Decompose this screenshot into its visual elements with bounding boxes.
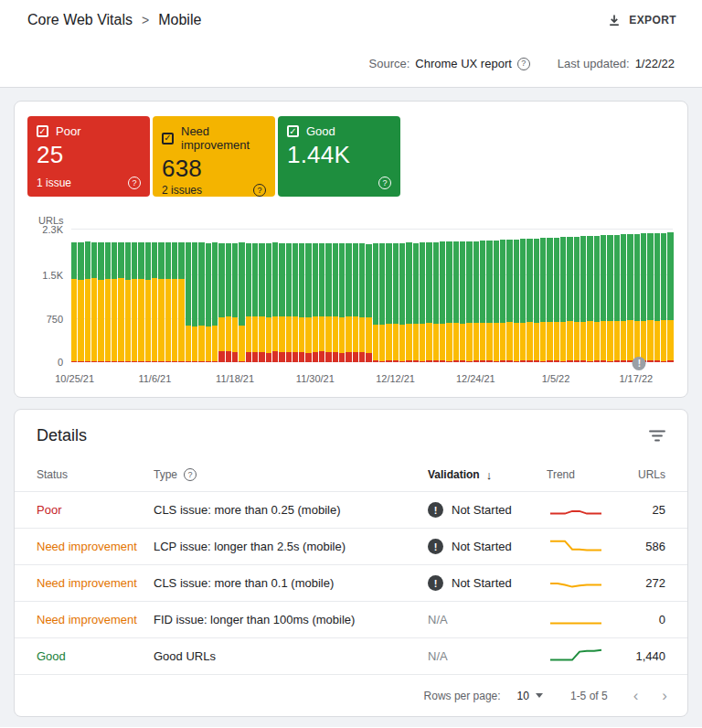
chart-bar[interactable] — [333, 230, 338, 362]
chart-bar[interactable] — [486, 230, 492, 362]
chart-bar[interactable] — [440, 230, 445, 362]
chart-bar[interactable] — [272, 230, 278, 362]
table-row[interactable]: Need improvementCLS issue: more than 0.1… — [15, 564, 687, 601]
chart-bar[interactable] — [172, 230, 177, 362]
chart-bar[interactable] — [339, 230, 345, 362]
chart-bar[interactable] — [413, 230, 419, 362]
table-row[interactable]: PoorCLS issue: more than 0.25 (mobile)!N… — [15, 491, 687, 528]
chart-bar[interactable] — [98, 230, 103, 362]
chart-bar[interactable] — [554, 230, 559, 362]
column-header-trend[interactable]: Trend — [547, 468, 614, 481]
chart-bar[interactable] — [399, 230, 405, 362]
table-row[interactable]: Need improvementFID issue: longer than 1… — [15, 601, 687, 637]
need-improvement-checkbox[interactable]: ✓ — [162, 133, 174, 145]
chart-bar[interactable] — [292, 230, 298, 362]
chart-bar[interactable] — [138, 230, 144, 362]
source-link[interactable]: Chrome UX report — [415, 57, 511, 70]
chart-bar[interactable] — [426, 230, 431, 362]
chart-bar[interactable] — [266, 230, 271, 362]
chart-bar[interactable] — [132, 230, 137, 362]
chart-bar[interactable] — [480, 230, 485, 362]
summary-card-need-improvement[interactable]: ✓Need improvement6382 issues? — [153, 116, 275, 197]
chart-bar[interactable] — [152, 230, 157, 362]
chart-bar[interactable] — [460, 230, 465, 362]
chart-bar[interactable] — [279, 230, 284, 362]
chart-bar[interactable] — [406, 230, 411, 362]
chart-bar[interactable] — [594, 230, 600, 362]
chart-bar[interactable] — [319, 230, 324, 362]
chart-bar[interactable] — [373, 230, 378, 362]
chart-bar[interactable] — [85, 230, 90, 362]
chart-bar[interactable] — [667, 230, 673, 362]
chart-bar[interactable] — [647, 230, 653, 362]
chart-bar[interactable] — [246, 230, 251, 362]
chart-bar[interactable] — [259, 230, 264, 362]
chart-bar[interactable] — [118, 230, 123, 362]
chart-bar[interactable] — [534, 230, 539, 362]
chart-bar[interactable] — [627, 230, 633, 362]
chart-bar[interactable] — [346, 230, 351, 362]
chart-bar[interactable] — [305, 230, 311, 362]
help-icon[interactable]: ? — [378, 177, 391, 189]
chart-bar[interactable] — [218, 230, 224, 362]
chart-bar[interactable] — [433, 230, 439, 362]
annotation-exclamation-icon[interactable]: ! — [633, 357, 646, 370]
chart-bar[interactable] — [607, 230, 612, 362]
column-header-validation[interactable]: Validation ↓ — [428, 468, 547, 482]
chart-bar[interactable] — [198, 230, 204, 362]
chart-bar[interactable] — [661, 230, 666, 362]
chart-bar[interactable] — [252, 230, 258, 362]
chart-bar[interactable] — [634, 230, 640, 362]
good-checkbox[interactable]: ✓ — [287, 125, 299, 137]
chart-bar[interactable] — [286, 230, 292, 362]
help-icon[interactable]: ? — [184, 468, 197, 481]
chart-bar[interactable] — [500, 230, 505, 362]
help-icon[interactable]: ? — [517, 58, 530, 70]
chart-bar[interactable] — [614, 230, 620, 362]
chart-bar[interactable] — [105, 230, 111, 362]
export-button[interactable]: EXPORT — [608, 14, 676, 27]
chart-bar[interactable] — [239, 230, 244, 362]
column-header-type[interactable]: Type ? — [154, 468, 428, 481]
chart-bar[interactable] — [560, 230, 566, 362]
chart-bar[interactable] — [420, 230, 425, 362]
chart-bar[interactable] — [325, 230, 331, 362]
chart-bar[interactable] — [192, 230, 197, 362]
chart-bar[interactable] — [71, 230, 77, 362]
chart-bar[interactable] — [353, 230, 358, 362]
help-icon[interactable]: ? — [253, 184, 266, 197]
chart-bar[interactable] — [453, 230, 459, 362]
chart-bar[interactable] — [601, 230, 606, 362]
chart-bar[interactable] — [379, 230, 385, 362]
chart-bar[interactable] — [654, 230, 660, 362]
chart-bar[interactable] — [186, 230, 191, 362]
chart-bar[interactable] — [473, 230, 479, 362]
chart-bar[interactable] — [206, 230, 211, 362]
chart-bar[interactable] — [165, 230, 171, 362]
chart-bar[interactable] — [145, 230, 151, 362]
chart-bar[interactable] — [466, 230, 472, 362]
chart-bar[interactable] — [91, 230, 97, 362]
rows-per-page-select[interactable]: 10 — [517, 690, 543, 702]
chart-bar[interactable] — [494, 230, 499, 362]
filter-icon[interactable] — [649, 430, 665, 442]
chart-bar[interactable] — [587, 230, 592, 362]
chart-bar[interactable] — [540, 230, 546, 362]
chart-bar[interactable] — [520, 230, 526, 362]
chart-bar[interactable] — [574, 230, 580, 362]
chart-bar[interactable] — [386, 230, 391, 362]
column-header-status[interactable]: Status — [37, 468, 154, 481]
help-icon[interactable]: ? — [128, 177, 141, 189]
next-page-button[interactable]: › — [662, 688, 667, 703]
chart-bar[interactable] — [232, 230, 238, 362]
chart-bar[interactable] — [514, 230, 519, 362]
prev-page-button[interactable]: ‹ — [633, 688, 639, 703]
chart-bar[interactable] — [112, 230, 117, 362]
column-header-urls[interactable]: URLs — [614, 468, 665, 481]
chart-bar[interactable] — [125, 230, 131, 362]
poor-checkbox[interactable]: ✓ — [37, 125, 48, 137]
chart-bar[interactable] — [547, 230, 552, 362]
chart-bar[interactable] — [366, 230, 371, 362]
chart-bar[interactable] — [299, 230, 304, 362]
summary-card-poor[interactable]: ✓Poor251 issue? — [27, 116, 150, 197]
